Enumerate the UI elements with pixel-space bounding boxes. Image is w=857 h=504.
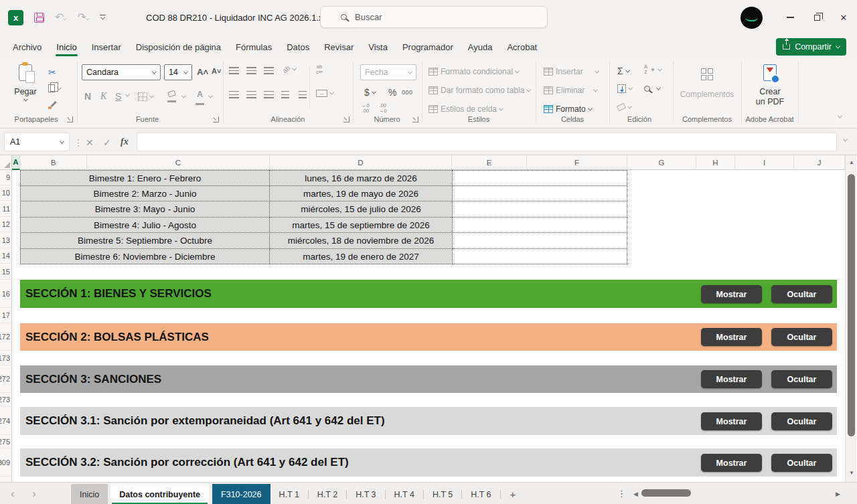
- collapse-ribbon-button[interactable]: [838, 115, 842, 118]
- cell-bimestre-date[interactable]: martes, 15 de septiembre de 2026: [269, 217, 453, 233]
- mostrar-button[interactable]: Mostrar: [701, 328, 762, 346]
- column-header-g[interactable]: G: [627, 155, 696, 170]
- grow-font-button[interactable]: A˄: [197, 67, 208, 77]
- cell-empty[interactable]: [452, 248, 627, 264]
- column-header-j[interactable]: J: [794, 155, 845, 170]
- align-bottom-button[interactable]: [264, 67, 274, 74]
- sheet-tab-h-t-4[interactable]: H.T 4: [386, 484, 423, 504]
- font-size-select[interactable]: 14: [164, 64, 192, 80]
- row-header-275[interactable]: 275: [0, 435, 12, 448]
- column-header-a[interactable]: A: [12, 155, 20, 170]
- row-header-16[interactable]: 16: [0, 280, 12, 308]
- sheet-tab-h-t-1[interactable]: H.T 1: [270, 484, 308, 504]
- sheet-tab-h-t-5[interactable]: H.T 5: [424, 484, 461, 504]
- percent-button[interactable]: %: [388, 87, 396, 98]
- orientation-button[interactable]: ab: [283, 66, 296, 73]
- ribbon-tab-inicio[interactable]: Inicio: [49, 35, 84, 59]
- align-left-button[interactable]: [229, 91, 239, 98]
- row-header-13[interactable]: 13: [0, 232, 12, 248]
- row-header-274[interactable]: 274: [0, 407, 12, 435]
- restore-button[interactable]: [802, 0, 832, 35]
- increase-decimal-button[interactable]: ←0.00: [362, 103, 370, 114]
- sheet-tab-h-t-6[interactable]: H.T 6: [462, 484, 499, 504]
- ribbon-tab-revisar[interactable]: Revisar: [317, 35, 361, 59]
- cell-bimestre-date[interactable]: lunes, 16 de marzo de 2026: [269, 170, 453, 186]
- merge-center-button[interactable]: ↔: [316, 90, 333, 97]
- sheet-tab-h-t-3[interactable]: H.T 3: [347, 484, 384, 504]
- format-painter-button[interactable]: [48, 100, 57, 109]
- ocultar-button[interactable]: Ocultar: [771, 454, 832, 472]
- sort-filter-button[interactable]: AZ▼: [644, 64, 661, 75]
- row-header-17[interactable]: 17: [0, 308, 12, 323]
- cell-empty[interactable]: [452, 217, 627, 233]
- row-header-272[interactable]: 272: [0, 365, 12, 393]
- ribbon-tab-datos[interactable]: Datos: [279, 35, 317, 59]
- format-as-table-button[interactable]: Dar formato como tabla: [428, 86, 530, 95]
- ribbon-tab-f-rmulas[interactable]: Fórmulas: [228, 35, 279, 59]
- row-header-15[interactable]: 15: [0, 264, 12, 280]
- next-sheet-button[interactable]: ›: [32, 483, 36, 504]
- sheet-tab-datos-contribuyente[interactable]: Datos contribuyente: [110, 484, 209, 504]
- cell-styles-button[interactable]: Estilos de celda: [428, 104, 503, 114]
- scroll-down-icon[interactable]: ▼: [849, 470, 854, 476]
- alignment-dialog-launcher[interactable]: [343, 116, 349, 122]
- hscroll-left-icon[interactable]: ◀: [633, 483, 638, 504]
- format-cells-button[interactable]: Formato: [544, 104, 592, 114]
- vertical-scrollbar[interactable]: ▲ ▼: [845, 155, 856, 482]
- sheet-tab-f310-2026[interactable]: F310-2026: [212, 484, 270, 504]
- column-header-e[interactable]: E: [452, 155, 527, 170]
- cell-empty[interactable]: [452, 232, 627, 249]
- insert-function-button[interactable]: fx: [121, 137, 129, 147]
- minimize-button[interactable]: [775, 0, 805, 35]
- paste-button[interactable]: Pegar: [9, 64, 42, 102]
- wrap-text-button[interactable]: abc↩: [316, 64, 323, 75]
- expand-formula-bar-button[interactable]: [844, 139, 847, 142]
- align-center-button[interactable]: [246, 91, 256, 98]
- row-header-10[interactable]: 10: [0, 185, 12, 201]
- column-header-c[interactable]: C: [87, 155, 270, 170]
- cell-bimestre-label[interactable]: Bimestre 6: Noviembre - Diciembre: [20, 248, 270, 264]
- autosum-button[interactable]: Σ: [617, 66, 629, 76]
- row-header-9[interactable]: 9: [0, 170, 12, 185]
- decrease-indent-button[interactable]: [281, 91, 289, 98]
- mostrar-button[interactable]: Mostrar: [701, 412, 762, 430]
- borders-button[interactable]: [138, 92, 153, 101]
- cell-bimestre-label[interactable]: Bimestre 4: Julio - Agosto: [20, 217, 270, 233]
- sheet-tab-inicio[interactable]: Inicio: [71, 484, 108, 504]
- cell-bimestre-label[interactable]: Bimestre 3: Mayo - Junio: [20, 201, 270, 218]
- cell-bimestre-date[interactable]: miércoles, 15 de julio de 2026: [269, 201, 453, 218]
- column-header-d[interactable]: D: [270, 155, 452, 170]
- number-format-select[interactable]: Fecha: [360, 64, 416, 80]
- cell-bimestre-date[interactable]: miércoles, 18 de noviembre de 2026: [269, 232, 453, 249]
- ocultar-button[interactable]: Ocultar: [771, 285, 832, 303]
- enter-entry-button[interactable]: ✓: [103, 137, 111, 148]
- font-dialog-launcher[interactable]: [213, 116, 219, 122]
- align-right-button[interactable]: [264, 91, 274, 98]
- save-icon[interactable]: [34, 13, 44, 23]
- number-dialog-launcher[interactable]: [412, 116, 418, 122]
- row-header-273[interactable]: 273: [0, 393, 12, 407]
- mostrar-button[interactable]: Mostrar: [701, 370, 762, 388]
- account-avatar[interactable]: [741, 7, 763, 29]
- formula-input[interactable]: [137, 133, 837, 151]
- row-header-173[interactable]: 173: [0, 351, 12, 365]
- vertical-scroll-thumb[interactable]: [848, 174, 855, 436]
- undo-button[interactable]: ↶: [55, 11, 66, 23]
- redo-button[interactable]: ↷: [77, 11, 88, 23]
- conditional-formatting-button[interactable]: Formato condicional: [428, 67, 519, 76]
- row-header-11[interactable]: 11: [0, 201, 12, 217]
- fill-button[interactable]: [617, 84, 632, 93]
- column-header-h[interactable]: H: [696, 155, 735, 170]
- search-box[interactable]: Buscar: [320, 6, 548, 28]
- name-box[interactable]: A1: [4, 133, 70, 151]
- addins-button[interactable]: Complementos: [683, 68, 731, 99]
- mostrar-button[interactable]: Mostrar: [701, 285, 762, 303]
- font-color-button[interactable]: A: [196, 90, 204, 105]
- find-select-button[interactable]: [644, 86, 660, 92]
- cut-button[interactable]: ✂: [48, 67, 56, 78]
- prev-sheet-button[interactable]: ‹: [11, 483, 15, 504]
- cell-bimestre-label[interactable]: Bimestre 1: Enero - Febrero: [20, 170, 270, 186]
- clipboard-dialog-launcher[interactable]: [67, 116, 73, 122]
- row-header-172[interactable]: 172: [0, 323, 12, 351]
- cell-empty[interactable]: [452, 185, 627, 201]
